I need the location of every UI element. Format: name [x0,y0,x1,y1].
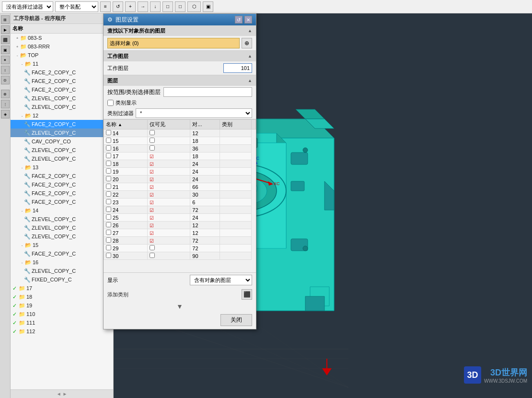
layer-row-26[interactable]: 26☑12 [104,222,256,229]
layer-name-cb-26[interactable] [106,222,111,227]
add-category-btn[interactable]: 添加类别 [107,291,128,298]
layer-checked-icon-21[interactable]: ☑ [150,185,154,190]
tree-op-zlevel4[interactable]: 🔧 ZLEVEL_COPY_C [11,146,113,154]
col-category[interactable]: 类别 [220,120,252,129]
nav-scroll-bar[interactable]: ◄ ► [11,389,113,398]
tree-item-111[interactable]: ✓ 📁 111 [11,318,113,327]
tree-op-face8[interactable]: 🔧 FACE_2_COPY_C [11,198,113,206]
dialog-close-btn[interactable]: ✕ [244,16,252,23]
layer-checked-icon-18[interactable]: ☑ [150,162,154,167]
layer-vis-cb-29[interactable] [150,245,155,250]
toolbar-btn-2[interactable]: ↺ [113,1,123,12]
tree-op-zlevel2[interactable]: 🔧 ZLEVEL_COPY_C [11,103,113,111]
tree-item-18[interactable]: ✓ 📁 18 [11,293,113,301]
expander-16[interactable]: - [19,259,25,265]
display-select[interactable]: 含有对象的图层 所有图层 可见图层 [190,275,252,285]
layer-name-cb-16[interactable] [106,145,111,151]
tree-op-face3[interactable]: 🔧 FACE_2_COPY_C [11,85,113,94]
layer-vis-cb-16[interactable] [150,145,155,151]
layer-checked-icon-24[interactable]: ☑ [150,208,154,213]
section-layers-header[interactable]: 图层 ▲ [104,75,256,86]
layer-table-container[interactable]: 名称 ▲ 仅可见 对... 类别 1412 1518 1636 17☑18 18… [104,119,256,272]
section-search-collapse[interactable]: ▲ [248,28,252,33]
layer-name-cb-17[interactable] [106,153,111,158]
dialog-refresh-btn[interactable]: ↺ [235,16,243,23]
layer-name-cb-28[interactable] [106,237,111,243]
sidebar-icon-4[interactable]: ▣ [1,46,10,54]
expander-15[interactable]: - [19,242,25,248]
layer-name-cb-18[interactable] [106,161,111,166]
layer-name-cb-23[interactable] [106,199,111,204]
tree-op-zlevel1[interactable]: 🔧 ZLEVEL_COPY_C [11,94,113,103]
layer-name-cb-24[interactable] [106,207,111,212]
sidebar-icon-3[interactable]: ⬛ [1,35,10,44]
sidebar-icon-5[interactable]: ✦ [1,56,10,64]
close-button[interactable]: 关闭 [220,314,252,326]
expander-083-s[interactable]: + [14,35,20,41]
expander-13[interactable]: - [19,164,25,170]
sidebar-icon-10[interactable]: ◈ [1,110,10,118]
layer-name-cb-19[interactable] [106,168,111,174]
layer-name-cb-30[interactable] [106,253,111,258]
category-display-checkbox[interactable] [107,100,114,106]
sidebar-icon-7[interactable]: ⊙ [1,76,10,84]
toolbar-btn-5[interactable]: ↓ [150,1,161,12]
filter-select[interactable]: 没有选择过滤器 [2,1,53,12]
section-search-header[interactable]: 查找以下对象所在的图层 ▲ [104,25,256,36]
category-filter-select[interactable]: * [136,108,252,118]
expander-11[interactable]: - [19,61,25,67]
tree-item-19[interactable]: ✓ 📁 19 [11,301,113,310]
sidebar-icon-8[interactable]: ⊛ [1,90,10,98]
layer-row-19[interactable]: 19☑24 [104,168,256,176]
sidebar-icon-9[interactable]: ⋮ [1,100,10,108]
expander-083-rrr[interactable]: + [14,44,20,49]
layer-row-23[interactable]: 23☑6 [104,199,256,206]
expander-top[interactable]: - [14,52,20,58]
layer-row-27[interactable]: 27☑12 [104,229,256,237]
toolbar-btn-4[interactable]: → [138,1,148,12]
crosshair-btn[interactable]: ⊕ [242,38,252,48]
tree-item-14[interactable]: - 📂 14 [11,206,113,215]
layer-row-28[interactable]: 28☑72 [104,237,256,245]
section-layers-collapse[interactable]: ▲ [248,78,252,83]
layer-row-16[interactable]: 1636 [104,145,256,152]
tree-item-17[interactable]: ✓ 📁 17 [11,284,113,293]
tree-op-zlevel6[interactable]: 🔧 ZLEVEL_COPY_C [11,215,113,223]
expander-14[interactable]: - [19,208,25,213]
tree-op-face9[interactable]: 🔧 FACE_2_COPY_C [11,249,113,258]
tree-item-16[interactable]: - 📂 16 [11,258,113,267]
layer-checked-icon-17[interactable]: ☑ [150,154,154,159]
layer-row-18[interactable]: 18☑24 [104,160,256,168]
sidebar-icon-6[interactable]: ↕ [1,66,10,74]
layer-row-15[interactable]: 1518 [104,137,256,145]
layer-checked-icon-26[interactable]: ☑ [150,223,154,228]
toolbar-btn-3[interactable]: + [125,1,136,12]
layer-checked-icon-23[interactable]: ☑ [150,200,154,205]
layer-row-14[interactable]: 1412 [104,129,256,137]
layer-name-cb-20[interactable] [106,176,111,181]
range-filter-input[interactable] [163,87,252,97]
layer-vis-cb-14[interactable] [150,130,155,135]
layer-checked-icon-22[interactable]: ☑ [150,192,154,198]
nav-tree[interactable]: + 📁 083-S + 📁 083-RRR - 📂 TOP - [11,34,113,389]
layer-row-22[interactable]: 22☑30 [104,191,256,199]
layer-name-cb-29[interactable] [106,245,111,250]
col-visible[interactable]: 仅可见 [148,120,190,129]
col-name[interactable]: 名称 ▲ [104,120,148,129]
expander-12[interactable]: - [19,113,25,118]
toolbar-btn-1[interactable]: ≡ [100,1,111,12]
layer-checked-icon-20[interactable]: ☑ [150,177,154,182]
tree-op-face5[interactable]: 🔧 FACE_2_COPY_C [11,172,113,180]
layer-name-cb-25[interactable] [106,214,111,220]
toolbar-btn-9[interactable]: ▣ [203,1,213,12]
layer-row-20[interactable]: 20☑24 [104,176,256,183]
tree-op-zlevel8[interactable]: 🔧 ZLEVEL_COPY_C [11,232,113,241]
section-worklayer-collapse[interactable]: ▲ [248,54,252,59]
section-worklayer-header[interactable]: 工作图层 ▲ [104,51,256,61]
tree-item-top[interactable]: - 📂 TOP [11,51,113,59]
toolbar-btn-7[interactable]: □ [175,1,185,12]
tree-op-zlevel9[interactable]: 🔧 ZLEVEL_COPY_C [11,267,113,275]
layer-checked-icon-19[interactable]: ☑ [150,169,154,175]
layer-row-24[interactable]: 24☑72 [104,206,256,214]
tree-item-110[interactable]: ✓ 📁 110 [11,310,113,318]
